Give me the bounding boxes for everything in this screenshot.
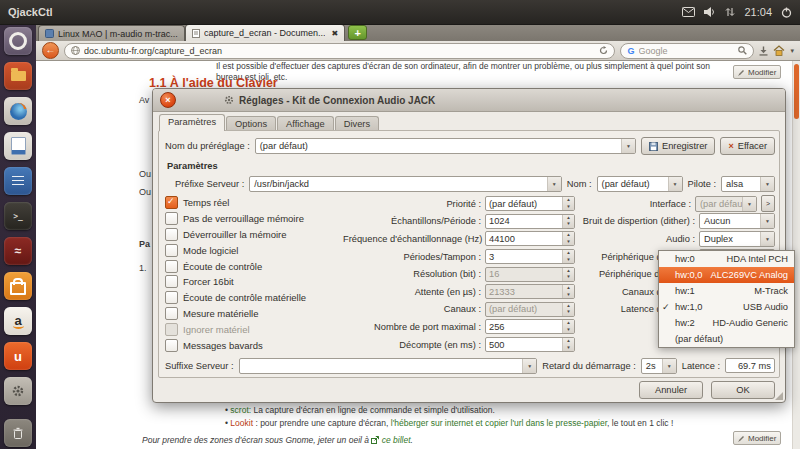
search-icon[interactable] xyxy=(738,46,747,55)
tab-capture-d-ecran[interactable]: capture_d_ecran - Documen... ✖ xyxy=(185,24,345,41)
checkbox-ecoute-controle[interactable]: Écoute de contrôle xyxy=(165,258,343,274)
tab-close-icon[interactable]: ✖ xyxy=(331,29,338,38)
attente-spinbox[interactable]: 21333▲▼ xyxy=(485,284,575,299)
checkbox-box[interactable] xyxy=(165,260,178,273)
checkbox-box[interactable] xyxy=(165,339,178,352)
device-option[interactable]: ✓ (par défaut) xyxy=(659,331,794,347)
device-option[interactable]: ✓ hw:0 HDA Intel PCH xyxy=(659,251,794,267)
ok-button[interactable]: OK xyxy=(711,381,775,399)
checkbox-box[interactable] xyxy=(165,212,178,225)
scrollbar-thumb[interactable] xyxy=(794,64,799,119)
launcher-item-libreoffice-writer[interactable] xyxy=(4,132,32,160)
tab-linux-mao[interactable]: Linux MAO | m-audio m-trac... xyxy=(38,25,185,41)
power-icon[interactable] xyxy=(781,7,792,18)
interface-more-button[interactable]: > xyxy=(761,195,775,212)
launcher-item-ubuntu-one[interactable]: u xyxy=(4,342,32,370)
resolution-spinbox[interactable]: 16▲▼ xyxy=(485,267,575,282)
dialog-titlebar[interactable]: × Réglages - Kit de Connexion Audio JACK xyxy=(153,89,785,112)
suffix-combo[interactable]: ▼ xyxy=(239,358,538,374)
checkbox-ecoute-materielle[interactable]: Écoute de contrôle matérielle xyxy=(165,290,343,306)
window-close-button[interactable]: × xyxy=(160,92,176,108)
checkbox-pas-verrouillage[interactable]: Pas de verrouillage mémoire xyxy=(165,211,343,227)
spin-arrows-icon[interactable]: ▲▼ xyxy=(562,285,574,298)
combo-arrow-icon[interactable]: ▼ xyxy=(522,359,536,373)
interface-combo[interactable]: (par défaut)▼ xyxy=(695,196,757,212)
downloads-icon[interactable] xyxy=(759,46,768,56)
spin-arrows-icon[interactable]: ▲▼ xyxy=(562,197,574,210)
checkbox-box[interactable] xyxy=(165,244,178,257)
driver-combo[interactable]: alsa ▼ xyxy=(721,176,775,192)
preset-combo[interactable]: (par défaut) ▼ xyxy=(255,138,636,154)
save-preset-button[interactable]: Enregistrer xyxy=(641,137,715,155)
spin-arrows-icon[interactable]: ▲▼ xyxy=(562,268,574,281)
checkbox-box[interactable] xyxy=(165,228,178,241)
audio-combo[interactable]: Duplex▼ xyxy=(699,231,775,247)
dither-combo[interactable]: Aucun▼ xyxy=(699,213,775,229)
edit-section-button[interactable]: Modifier xyxy=(733,65,781,79)
device-option[interactable]: ✓ hw:2 HD-Audio Generic xyxy=(659,315,794,331)
launcher-item-dash-home[interactable] xyxy=(4,27,32,55)
checkbox-mesure-materielle[interactable]: Mesure matérielle xyxy=(165,306,343,322)
spin-arrows-icon[interactable]: ▲▼ xyxy=(562,232,574,245)
launcher-item-trash[interactable] xyxy=(4,419,32,447)
search-bar[interactable]: G xyxy=(620,43,754,59)
combo-arrow-icon[interactable]: ▼ xyxy=(760,232,774,246)
volume-icon[interactable] xyxy=(704,7,716,17)
spin-arrows-icon[interactable]: ▲▼ xyxy=(562,320,574,333)
priorite-spinbox[interactable]: (par défaut)▲▼ xyxy=(485,196,575,211)
cancel-button[interactable]: Annuler xyxy=(639,381,703,399)
launcher-item-terminal[interactable]: >_ xyxy=(4,202,32,230)
checkbox-mode-logiciel[interactable]: Mode logiciel xyxy=(165,242,343,258)
clear-preset-button[interactable]: × Effacer xyxy=(720,137,775,155)
checkbox-box[interactable] xyxy=(165,323,178,336)
launcher-item-files[interactable] xyxy=(4,62,32,90)
checkbox-ignorer-materiel[interactable]: Ignorer matériel xyxy=(165,321,343,337)
launcher-item-amazon[interactable]: a xyxy=(4,307,32,335)
launcher-item-software-center[interactable] xyxy=(4,272,32,300)
edit-section-button[interactable]: Modifier xyxy=(733,431,781,445)
spin-arrows-icon[interactable]: ▲▼ xyxy=(562,338,574,351)
checkbox-box[interactable] xyxy=(165,196,178,209)
tab-parametres[interactable]: Paramètres xyxy=(159,114,225,131)
combo-arrow-icon[interactable]: ▼ xyxy=(668,177,682,191)
startup-delay-combo[interactable]: 2s ▼ xyxy=(641,358,677,374)
google-engine-icon[interactable]: G xyxy=(627,46,634,56)
url-bar[interactable] xyxy=(64,43,615,59)
messages-icon[interactable] xyxy=(682,7,695,17)
checkbox-box[interactable] xyxy=(165,307,178,320)
home-icon[interactable] xyxy=(773,45,785,56)
ports-max-spinbox[interactable]: 256▲▼ xyxy=(485,319,575,334)
combo-arrow-icon[interactable]: ▼ xyxy=(742,197,756,211)
tab-divers[interactable]: Divers xyxy=(335,116,379,131)
checkbox-box[interactable] xyxy=(165,291,178,304)
spin-arrows-icon[interactable]: ▲▼ xyxy=(562,250,574,263)
checkbox-box[interactable] xyxy=(165,275,178,288)
server-prefix-combo[interactable]: /usr/bin/jackd ▼ xyxy=(249,176,562,192)
launcher-item-ardour[interactable]: ≈ xyxy=(4,237,32,265)
combo-arrow-icon[interactable]: ▼ xyxy=(662,359,676,373)
combo-arrow-icon[interactable]: ▼ xyxy=(760,214,774,228)
site-globe-icon[interactable] xyxy=(71,46,80,55)
scrot-link[interactable]: scrot: xyxy=(230,405,251,415)
combo-arrow-icon[interactable]: ▼ xyxy=(547,177,561,191)
canaux-spinbox[interactable]: (par défaut)▲▼ xyxy=(485,302,575,317)
device-option[interactable]: ✓ hw:1 M-Track xyxy=(659,283,794,299)
device-option[interactable]: ✓ hw:0,0 ALC269VC Analog xyxy=(659,267,794,283)
spin-arrows-icon[interactable]: ▲▼ xyxy=(562,215,574,228)
ce-billet-link[interactable]: ce billet xyxy=(382,435,411,445)
reload-icon[interactable] xyxy=(599,46,608,55)
toolbar-chevron-icon[interactable]: ▾ xyxy=(790,47,794,55)
launcher-item-system-settings[interactable] xyxy=(4,377,32,405)
back-button[interactable]: ← xyxy=(42,42,59,59)
spin-arrows-icon[interactable]: ▲▼ xyxy=(562,303,574,316)
search-input[interactable] xyxy=(639,46,735,56)
frequence-spinbox[interactable]: 44100▲▼ xyxy=(485,231,575,246)
resize-grip[interactable] xyxy=(775,392,783,400)
launcher-item-firefox[interactable] xyxy=(4,97,32,125)
checkbox-deverrouiller[interactable]: Déverrouiller la mémoire xyxy=(165,227,343,243)
server-name-combo[interactable]: (par défaut) ▼ xyxy=(597,176,683,192)
new-tab-button[interactable]: + xyxy=(348,25,367,40)
echantillons-spinbox[interactable]: 1024▲▼ xyxy=(485,214,575,229)
combo-arrow-icon[interactable]: ▼ xyxy=(621,139,635,153)
periodes-spinbox[interactable]: 3▲▼ xyxy=(485,249,575,264)
